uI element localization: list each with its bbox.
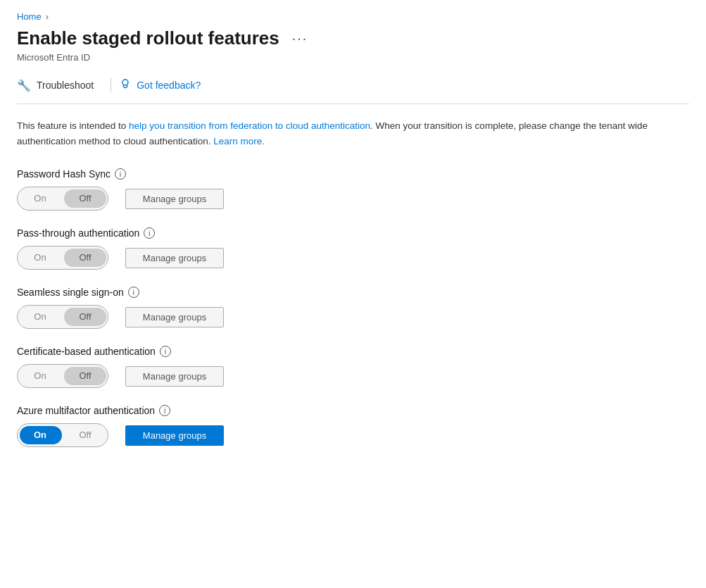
feedback-label: Got feedback? <box>137 80 201 91</box>
feature-controls-pass-through-auth: On Off Manage groups <box>17 246 689 270</box>
feature-label-password-hash-sync: Password Hash Sync i <box>17 168 689 180</box>
toggle-azure-mfa[interactable]: On Off <box>17 423 108 447</box>
troubleshoot-label: Troubleshoot <box>37 80 94 91</box>
feature-section-pass-through-auth: Pass-through authentication i On Off Man… <box>17 227 689 270</box>
info-icon-cert-based-auth[interactable]: i <box>160 346 171 357</box>
info-icon-seamless-sso[interactable]: i <box>128 287 139 298</box>
feature-name-pass-through-auth: Pass-through authentication <box>17 227 139 239</box>
toolbar-divider <box>111 78 111 92</box>
toggle-on-label-pass-through-auth: On <box>18 246 63 270</box>
toggle-off-label-seamless-sso: Off <box>63 305 108 329</box>
feature-controls-azure-mfa: On Off Manage groups <box>17 423 689 447</box>
feature-name-password-hash-sync: Password Hash Sync <box>17 168 111 180</box>
toggle-seamless-sso[interactable]: On Off <box>17 305 108 329</box>
page-subtitle: Microsoft Entra ID <box>17 52 689 63</box>
header-row: Enable staged rollout features ··· <box>17 27 689 49</box>
breadcrumb-home-link[interactable]: Home <box>17 11 42 22</box>
feature-name-seamless-sso: Seamless single sign-on <box>17 287 124 298</box>
info-icon-azure-mfa[interactable]: i <box>159 405 170 416</box>
feature-name-cert-based-auth: Certificate-based authentication <box>17 346 156 357</box>
feature-label-pass-through-auth: Pass-through authentication i <box>17 227 689 239</box>
feature-name-azure-mfa: Azure multifactor authentication <box>17 405 155 416</box>
feature-label-cert-based-auth: Certificate-based authentication i <box>17 346 689 357</box>
ellipsis-menu-button[interactable]: ··· <box>288 29 313 48</box>
info-banner: This feature is intended to help you tra… <box>17 118 689 149</box>
learn-more-link[interactable]: Learn more. <box>213 136 265 146</box>
feature-section-cert-based-auth: Certificate-based authentication i On Of… <box>17 346 689 388</box>
wrench-icon: 🔧 <box>17 79 31 92</box>
manage-groups-button-cert-based-auth[interactable]: Manage groups <box>125 366 224 387</box>
toggle-off-label-azure-mfa: Off <box>63 423 108 447</box>
troubleshoot-button[interactable]: 🔧 Troubleshoot <box>17 75 102 96</box>
feature-label-seamless-sso: Seamless single sign-on i <box>17 287 689 298</box>
toggle-off-label-password-hash-sync: Off <box>63 187 108 211</box>
banner-highlight: help you transition from federation to c… <box>129 120 370 131</box>
feature-controls-password-hash-sync: On Off Manage groups <box>17 187 689 211</box>
toggle-on-label-seamless-sso: On <box>18 305 63 329</box>
page-container: Home › Enable staged rollout features ··… <box>0 0 706 475</box>
feature-controls-seamless-sso: On Off Manage groups <box>17 305 689 329</box>
feature-controls-cert-based-auth: On Off Manage groups <box>17 364 689 388</box>
manage-groups-button-pass-through-auth[interactable]: Manage groups <box>125 248 224 268</box>
manage-groups-button-password-hash-sync[interactable]: Manage groups <box>125 189 224 209</box>
manage-groups-button-azure-mfa[interactable]: Manage groups <box>125 425 224 446</box>
toggle-off-label-pass-through-auth: Off <box>63 246 108 270</box>
banner-text-before: This feature is intended to <box>17 120 129 131</box>
feedback-icon <box>120 78 131 92</box>
page-title: Enable staged rollout features <box>17 27 279 49</box>
feature-section-password-hash-sync: Password Hash Sync i On Off Manage group… <box>17 168 689 211</box>
toolbar: 🔧 Troubleshoot Got feedback? <box>17 74 689 104</box>
feature-section-azure-mfa: Azure multifactor authentication i On Of… <box>17 405 689 447</box>
breadcrumb: Home › <box>17 11 689 22</box>
feature-label-azure-mfa: Azure multifactor authentication i <box>17 405 689 416</box>
toggle-on-label-cert-based-auth: On <box>18 364 63 388</box>
breadcrumb-separator: › <box>46 11 49 22</box>
toggle-on-label-password-hash-sync: On <box>18 187 63 211</box>
toggle-off-label-cert-based-auth: Off <box>63 364 108 388</box>
info-icon-pass-through-auth[interactable]: i <box>144 227 155 239</box>
toggle-password-hash-sync[interactable]: On Off <box>17 187 108 211</box>
feedback-button[interactable]: Got feedback? <box>120 74 201 96</box>
features-container: Password Hash Sync i On Off Manage group… <box>17 168 689 447</box>
toggle-cert-based-auth[interactable]: On Off <box>17 364 108 388</box>
toggle-on-label-azure-mfa: On <box>18 423 63 447</box>
info-icon-password-hash-sync[interactable]: i <box>115 168 126 180</box>
feature-section-seamless-sso: Seamless single sign-on i On Off Manage … <box>17 287 689 329</box>
svg-point-0 <box>122 80 128 85</box>
manage-groups-button-seamless-sso[interactable]: Manage groups <box>125 307 224 327</box>
toggle-pass-through-auth[interactable]: On Off <box>17 246 108 270</box>
